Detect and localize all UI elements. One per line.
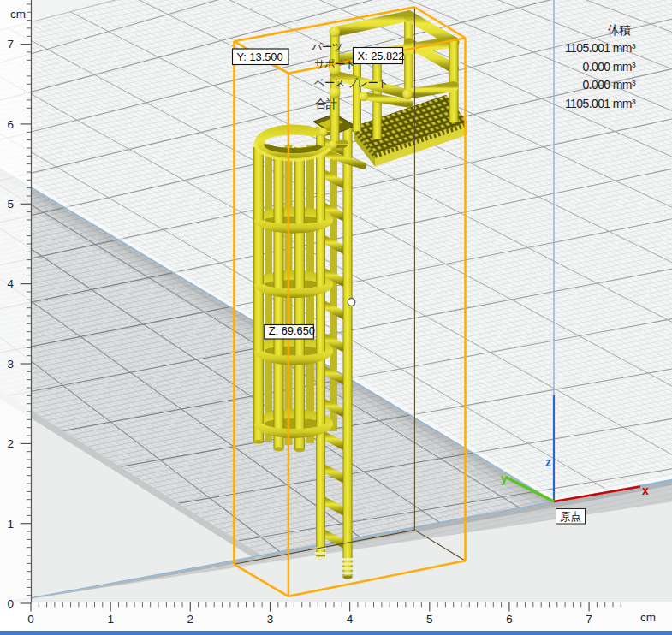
svg-text:4: 4 [347,613,354,626]
svg-text:cm: cm [640,611,656,624]
svg-text:ベース プレート: ベース プレート [314,77,388,89]
svg-text:サポート: サポート [314,58,355,70]
svg-text:1: 1 [107,613,114,626]
svg-text:6: 6 [506,613,513,626]
svg-text:Z: 69.650: Z: 69.650 [269,324,315,337]
svg-text:5: 5 [426,613,433,626]
svg-text:0: 0 [7,597,14,610]
svg-text:2: 2 [187,613,194,626]
svg-text:2: 2 [7,437,14,450]
svg-text:0: 0 [27,613,34,626]
svg-text:合計: 合計 [315,98,337,110]
svg-text:3: 3 [267,613,274,626]
svg-text:cm: cm [10,8,26,21]
svg-text:1105.001 mm³: 1105.001 mm³ [565,41,636,55]
svg-text:3: 3 [7,358,14,371]
svg-text:X: 25.822: X: 25.822 [358,50,405,62]
svg-text:x: x [642,484,649,497]
svg-text:体積: 体積 [608,23,631,37]
svg-text:z: z [545,455,551,469]
svg-text:5: 5 [7,198,14,211]
svg-text:原点: 原点 [560,511,581,523]
svg-text:y: y [501,472,508,485]
svg-text:0.000 mm³: 0.000 mm³ [582,78,635,92]
svg-text:1: 1 [7,518,14,531]
svg-text:1105.001 mm³: 1105.001 mm³ [565,97,636,110]
svg-text:Y: 13.500: Y: 13.500 [237,50,283,63]
svg-text:4: 4 [7,277,14,290]
svg-text:パーツ: パーツ [312,41,342,53]
svg-text:7: 7 [7,38,14,50]
svg-text:0.000 mm³: 0.000 mm³ [582,60,635,74]
svg-text:7: 7 [586,613,592,626]
svg-text:6: 6 [7,118,14,131]
